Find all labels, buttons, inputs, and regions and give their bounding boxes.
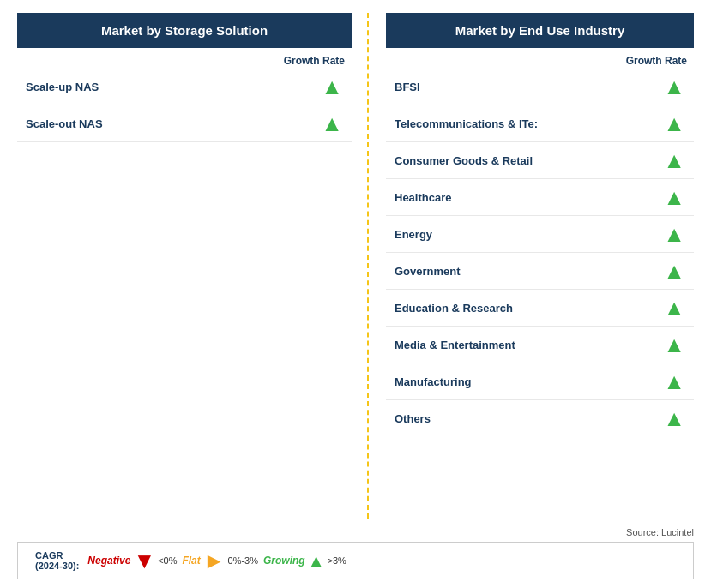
- up-arrow-icon: ▲: [663, 149, 685, 171]
- down-arrow-icon: ▼: [133, 549, 155, 572]
- list-item: Telecommunications & ITe: ▲: [386, 105, 694, 142]
- dashed-divider: [367, 13, 369, 519]
- media-label: Media & Entertainment: [395, 339, 515, 351]
- scale-up-nas-label: Scale-up NAS: [26, 81, 99, 93]
- flat-label: Flat: [182, 555, 200, 567]
- main-container: Market by Storage Solution Growth Rate S…: [0, 0, 711, 527]
- up-arrow-icon: ▲: [321, 75, 343, 98]
- list-item: Scale-up NAS ▲: [17, 69, 352, 105]
- list-item: Consumer Goods & Retail ▲: [386, 142, 694, 179]
- up-arrow-icon: ▲: [321, 112, 343, 135]
- manufacturing-label: Manufacturing: [395, 375, 472, 388]
- government-label: Government: [395, 265, 461, 278]
- list-item: Education & Research ▲: [386, 290, 694, 327]
- growing-value: >3%: [327, 555, 346, 566]
- list-item: Others ▲: [386, 400, 694, 436]
- bfsi-label: BFSI: [395, 81, 420, 93]
- legend-flat: Flat ► 0%-3%: [182, 549, 258, 572]
- left-panel: Market by Storage Solution Growth Rate S…: [17, 13, 369, 519]
- right-growth-rate-label: Growth Rate: [626, 55, 687, 67]
- left-panel-header: Market by Storage Solution: [17, 13, 352, 48]
- list-item: BFSI ▲: [386, 69, 694, 105]
- telecom-label: Telecommunications & ITe:: [395, 117, 538, 130]
- up-arrow-icon: ▲: [308, 552, 325, 569]
- up-arrow-icon: ▲: [663, 260, 685, 282]
- up-arrow-icon: ▲: [663, 333, 685, 356]
- cagr-label: CAGR(2024-30):: [35, 550, 79, 571]
- legend-growing: Growing ▲ >3%: [263, 552, 346, 569]
- list-item: Scale-out NAS ▲: [17, 105, 352, 142]
- up-arrow-icon: ▲: [663, 186, 685, 208]
- scale-out-nas-label: Scale-out NAS: [26, 117, 103, 130]
- consumer-goods-label: Consumer Goods & Retail: [395, 154, 533, 167]
- list-item: Government ▲: [386, 253, 694, 290]
- growing-label: Growing: [263, 555, 305, 567]
- healthcare-label: Healthcare: [395, 191, 451, 204]
- negative-label: Negative: [87, 555, 130, 567]
- right-panel: Market by End Use Industry Growth Rate B…: [369, 13, 694, 519]
- up-arrow-icon: ▲: [663, 75, 685, 98]
- education-label: Education & Research: [395, 302, 513, 315]
- legend-negative: Negative ▼ <0%: [87, 549, 177, 572]
- list-item: Healthcare ▲: [386, 179, 694, 216]
- up-arrow-icon: ▲: [663, 297, 685, 319]
- list-item: Manufacturing ▲: [386, 363, 694, 400]
- left-growth-rate-label: Growth Rate: [284, 55, 345, 67]
- list-item: Energy ▲: [386, 216, 694, 253]
- right-panel-header: Market by End Use Industry: [386, 13, 694, 48]
- flat-value: 0%-3%: [228, 555, 258, 566]
- right-arrow-icon: ►: [203, 549, 226, 572]
- up-arrow-icon: ▲: [663, 407, 685, 429]
- up-arrow-icon: ▲: [663, 223, 685, 245]
- right-growth-label-row: Growth Rate: [386, 55, 694, 67]
- list-item: Media & Entertainment ▲: [386, 327, 694, 363]
- left-growth-label-row: Growth Rate: [17, 55, 352, 67]
- negative-value: <0%: [158, 555, 177, 566]
- energy-label: Energy: [395, 228, 432, 241]
- up-arrow-icon: ▲: [663, 370, 685, 393]
- others-label: Others: [395, 412, 431, 425]
- up-arrow-icon: ▲: [663, 112, 685, 135]
- source-text: Source: Lucintel: [0, 527, 711, 542]
- legend-container: CAGR(2024-30): Negative ▼ <0% Flat ► 0%-…: [17, 542, 694, 579]
